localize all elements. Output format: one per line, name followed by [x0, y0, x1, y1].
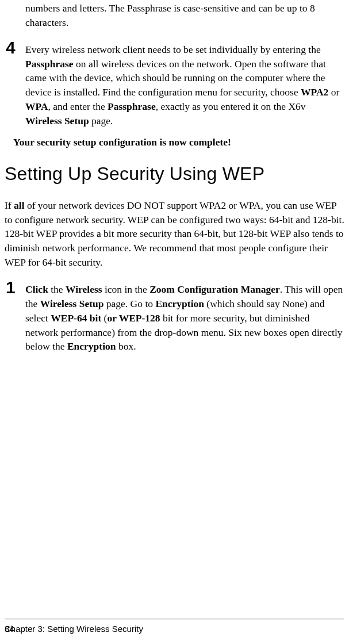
bold-passphrase: Passphrase — [25, 58, 74, 70]
bold-wep64: WEP-64 bit — [51, 312, 101, 324]
bold-wep128: or WEP-128 — [107, 312, 160, 324]
text-run: box. — [116, 340, 136, 352]
text-run: or — [328, 86, 339, 98]
step-4-block: 4 Every wireless network client needs to… — [5, 43, 344, 128]
step-1-number: 1 — [6, 278, 16, 297]
bold-click: Click — [25, 283, 48, 295]
step-4-text: Every wireless network client needs to b… — [25, 43, 344, 128]
text-run: the — [48, 283, 66, 295]
step-4-number: 4 — [6, 38, 16, 57]
text-run: Every wireless network client needs to b… — [25, 44, 321, 55]
section-heading-wep: Setting Up Security Using WEP — [5, 163, 344, 185]
step-1-block: 1 Click the Wireless icon in the Zoom Co… — [5, 282, 344, 354]
text-run: of your network devices DO NOT support W… — [5, 200, 344, 268]
continuation-paragraph: numbers and letters. The Passphrase is c… — [25, 1, 344, 30]
text-run: icon in the — [102, 283, 150, 295]
page-content: numbers and letters. The Passphrase is c… — [5, 0, 344, 354]
intro-paragraph: If all of your network devices DO NOT su… — [5, 198, 344, 270]
bold-wireless: Wireless — [66, 283, 102, 295]
bold-all: all — [14, 200, 24, 211]
text-run: , and enter the — [48, 101, 108, 112]
text-run: ( — [101, 312, 107, 324]
footer-chapter-text: Chapter 3: Setting Wireless Security — [5, 624, 143, 634]
step-1-text: Click the Wireless icon in the Zoom Conf… — [25, 282, 344, 354]
bold-wpa: WPA — [25, 101, 48, 112]
page-footer: 34Chapter 3: Setting Wireless Security — [5, 619, 344, 634]
bold-wpa2: WPA2 — [301, 86, 328, 98]
bold-wireless-setup-2: Wireless Setup — [40, 298, 104, 309]
bold-zoom-config: Zoom Configuration Manager — [149, 283, 280, 295]
completion-message: Your security setup configuration is now… — [13, 136, 344, 148]
text-run: If — [5, 200, 14, 211]
page-number: 34 — [5, 624, 14, 634]
bold-encryption: Encryption — [155, 298, 204, 309]
text-run: page. — [89, 115, 113, 126]
text-run: , exactly as you entered it on the X6v — [156, 101, 306, 112]
bold-wireless-setup: Wireless Setup — [25, 115, 89, 126]
bold-encryption-2: Encryption — [67, 340, 116, 352]
text-run: page. Go to — [103, 298, 155, 309]
bold-passphrase-2: Passphrase — [108, 101, 156, 112]
